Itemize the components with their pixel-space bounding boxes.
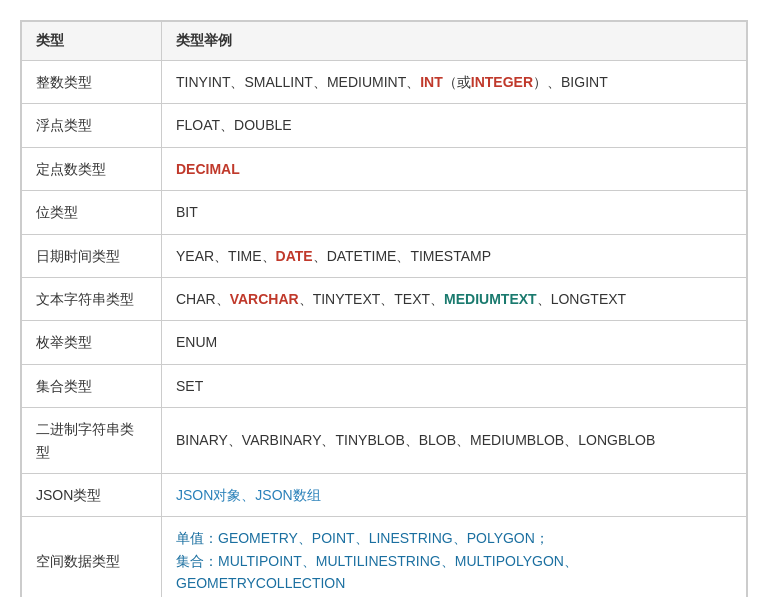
type-spatial: 空间数据类型 [22, 517, 162, 597]
type-string: 文本字符串类型 [22, 277, 162, 320]
type-binary: 二进制字符串类型 [22, 408, 162, 474]
table-row: 日期时间类型 YEAR、TIME、DATE、DATETIME、TIMESTAMP [22, 234, 747, 277]
example-string: CHAR、VARCHAR、TINYTEXT、TEXT、MEDIUMTEXT、LO… [162, 277, 747, 320]
text-normal: 、DATETIME、TIMESTAMP [313, 248, 491, 264]
type-float: 浮点类型 [22, 104, 162, 147]
example-spatial: 单值：GEOMETRY、POINT、LINESTRING、POLYGON；集合：… [162, 517, 747, 597]
header-type: 类型 [22, 22, 162, 61]
type-datetime: 日期时间类型 [22, 234, 162, 277]
example-float: FLOAT、DOUBLE [162, 104, 747, 147]
text-decimal: DECIMAL [176, 161, 240, 177]
table-row: 文本字符串类型 CHAR、VARCHAR、TINYTEXT、TEXT、MEDIU… [22, 277, 747, 320]
text-highlight-integer: INTEGER [471, 74, 533, 90]
text-float: FLOAT、DOUBLE [176, 117, 292, 133]
example-integer: TINYINT、SMALLINT、MEDIUMINT、INT（或INTEGER）… [162, 61, 747, 104]
table-row: 整数类型 TINYINT、SMALLINT、MEDIUMINT、INT（或INT… [22, 61, 747, 104]
text-highlight-date: DATE [276, 248, 313, 264]
table-row: 集合类型 SET [22, 364, 747, 407]
type-enum: 枚举类型 [22, 321, 162, 364]
text-binary: BINARY、VARBINARY、TINYBLOB、BLOB、MEDIUMBLO… [176, 432, 655, 448]
text-normal: YEAR、TIME、 [176, 248, 276, 264]
text-json: JSON对象、JSON数组 [176, 487, 321, 503]
table-header-row: 类型 类型举例 [22, 22, 747, 61]
table-row: 枚举类型 ENUM [22, 321, 747, 364]
text-set: SET [176, 378, 203, 394]
text-highlight-mediumtext: MEDIUMTEXT [444, 291, 537, 307]
table-row: 空间数据类型 单值：GEOMETRY、POINT、LINESTRING、POLY… [22, 517, 747, 597]
type-bit: 位类型 [22, 191, 162, 234]
text-normal: 、TINYTEXT、TEXT、 [299, 291, 444, 307]
text-highlight-varchar: VARCHAR [230, 291, 299, 307]
example-decimal: DECIMAL [162, 147, 747, 190]
example-enum: ENUM [162, 321, 747, 364]
main-table: 类型 类型举例 整数类型 TINYINT、SMALLINT、MEDIUMINT、… [20, 20, 748, 597]
text-spatial: 单值：GEOMETRY、POINT、LINESTRING、POLYGON；集合：… [176, 530, 578, 591]
type-json: JSON类型 [22, 473, 162, 516]
text-normal: 、LONGTEXT [537, 291, 626, 307]
example-binary: BINARY、VARBINARY、TINYBLOB、BLOB、MEDIUMBLO… [162, 408, 747, 474]
table-row: 浮点类型 FLOAT、DOUBLE [22, 104, 747, 147]
example-json: JSON对象、JSON数组 [162, 473, 747, 516]
text-normal: TINYINT、SMALLINT、MEDIUMINT、 [176, 74, 420, 90]
text-normal: （或 [443, 74, 471, 90]
text-bit: BIT [176, 204, 198, 220]
table-row: JSON类型 JSON对象、JSON数组 [22, 473, 747, 516]
text-normal: ）、BIGINT [533, 74, 608, 90]
table-row: 定点数类型 DECIMAL [22, 147, 747, 190]
type-set: 集合类型 [22, 364, 162, 407]
example-set: SET [162, 364, 747, 407]
table-row: 位类型 BIT [22, 191, 747, 234]
example-datetime: YEAR、TIME、DATE、DATETIME、TIMESTAMP [162, 234, 747, 277]
type-decimal: 定点数类型 [22, 147, 162, 190]
text-normal: CHAR、 [176, 291, 230, 307]
text-enum: ENUM [176, 334, 217, 350]
header-example: 类型举例 [162, 22, 747, 61]
table-row: 二进制字符串类型 BINARY、VARBINARY、TINYBLOB、BLOB、… [22, 408, 747, 474]
example-bit: BIT [162, 191, 747, 234]
type-integer: 整数类型 [22, 61, 162, 104]
text-highlight-int: INT [420, 74, 443, 90]
